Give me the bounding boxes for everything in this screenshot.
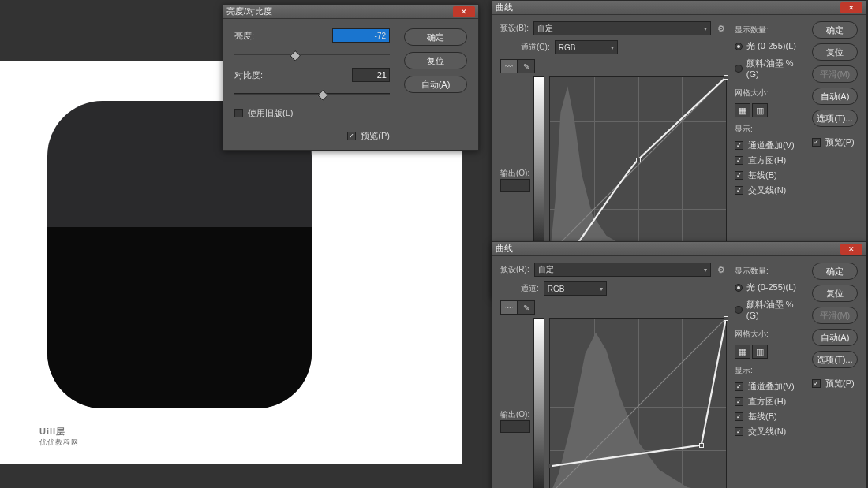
channel-overlay-checkbox[interactable]: ✓通道叠加(V) bbox=[735, 140, 804, 151]
close-button[interactable]: ✕ bbox=[453, 6, 475, 17]
contrast-slider[interactable] bbox=[234, 87, 390, 101]
options-button[interactable]: 选项(T)... bbox=[812, 110, 858, 127]
grid-size-label: 网格大小: bbox=[735, 329, 804, 340]
dialog-title: 曲线 bbox=[496, 2, 513, 13]
icon-texture bbox=[47, 227, 312, 408]
output-input[interactable] bbox=[500, 179, 530, 192]
display-amount-label: 显示数量: bbox=[735, 24, 804, 35]
reset-button[interactable]: 复位 bbox=[404, 52, 467, 69]
auto-button[interactable]: 自动(A) bbox=[812, 329, 858, 346]
reset-button[interactable]: 复位 bbox=[812, 285, 858, 302]
close-button[interactable]: ✕ bbox=[840, 244, 862, 255]
preview-checkbox[interactable]: ✓ 预览(P) bbox=[234, 130, 390, 142]
y-gradient bbox=[533, 318, 544, 488]
preset-select[interactable]: 自定▾ bbox=[534, 263, 711, 277]
use-legacy-checkbox[interactable]: 使用旧版(L) bbox=[234, 107, 390, 119]
preview-checkbox[interactable]: ✓预览(P) bbox=[812, 136, 858, 148]
brightness-contrast-dialog: 亮度/对比度 ✕ 亮度: 对比度: bbox=[223, 4, 479, 151]
preset-label: 预设(B): bbox=[500, 23, 529, 34]
light-radio[interactable]: 光 (0-255)(L) bbox=[735, 40, 804, 52]
grid-small-icon[interactable]: ▦ bbox=[735, 345, 750, 359]
watermark-uill: UiII层 优优教程网 bbox=[39, 426, 79, 448]
channel-label: 通道: bbox=[521, 283, 539, 294]
auto-button[interactable]: 自动(A) bbox=[812, 88, 858, 105]
ok-button[interactable]: 确定 bbox=[404, 28, 467, 46]
pencil-mode-icon[interactable]: ✎ bbox=[518, 300, 535, 315]
svg-line-0 bbox=[550, 77, 726, 253]
grid-large-icon[interactable]: ▥ bbox=[752, 345, 768, 359]
smooth-button[interactable]: 平滑(M) bbox=[812, 307, 858, 324]
gear-icon[interactable]: ⚙ bbox=[716, 264, 727, 275]
gear-icon[interactable]: ⚙ bbox=[716, 23, 727, 34]
curve-line bbox=[550, 77, 726, 253]
curve-mode-icon[interactable]: 〰 bbox=[500, 300, 518, 315]
options-button[interactable]: 选项(T)... bbox=[812, 351, 858, 368]
channel-label: 通道(C): bbox=[521, 42, 550, 53]
curve-graph[interactable] bbox=[549, 318, 727, 488]
dialog-title: 亮度/对比度 bbox=[226, 6, 272, 17]
grid-large-icon[interactable]: ▥ bbox=[752, 103, 768, 117]
curves-dialog-bottom: 曲线 ✕ 预设(R): 自定▾ ⚙ 通道: RGB▾ 〰 ✎ 输出(O): bbox=[492, 241, 866, 488]
show-label: 显示: bbox=[735, 365, 804, 376]
close-button[interactable]: ✕ bbox=[840, 2, 862, 13]
pencil-mode-icon[interactable]: ✎ bbox=[518, 59, 535, 73]
ok-button[interactable]: 确定 bbox=[812, 21, 858, 39]
contrast-label: 对比度: bbox=[234, 69, 282, 81]
titlebar[interactable]: 曲线 ✕ bbox=[492, 1, 866, 15]
pigment-radio[interactable]: 颜料/油墨 %(G) bbox=[735, 299, 804, 320]
show-label: 显示: bbox=[735, 124, 804, 135]
channel-select[interactable]: RGB▾ bbox=[544, 281, 607, 296]
dialog-title: 曲线 bbox=[496, 243, 513, 255]
grid-size-label: 网格大小: bbox=[735, 88, 804, 99]
preview-checkbox[interactable]: ✓预览(P) bbox=[812, 378, 858, 389]
output-label: 输出(O): bbox=[500, 409, 530, 420]
pigment-radio[interactable]: 颜料/油墨 %(G) bbox=[735, 58, 804, 79]
brightness-label: 亮度: bbox=[234, 30, 282, 42]
ok-button[interactable]: 确定 bbox=[812, 263, 858, 280]
auto-button[interactable]: 自动(A) bbox=[404, 76, 467, 93]
titlebar[interactable]: 曲线 ✕ bbox=[492, 242, 866, 256]
output-label: 输出(Q): bbox=[500, 168, 530, 179]
intersection-checkbox[interactable]: ✓交叉线(N) bbox=[735, 426, 804, 438]
grid-small-icon[interactable]: ▦ bbox=[735, 103, 750, 117]
reset-button[interactable]: 复位 bbox=[812, 43, 858, 61]
display-amount-label: 显示数量: bbox=[735, 266, 804, 277]
histogram-checkbox[interactable]: ✓直方图(H) bbox=[735, 155, 804, 166]
preset-label: 预设(R): bbox=[500, 264, 529, 275]
light-radio[interactable]: 光 (0-255)(L) bbox=[735, 281, 804, 293]
brightness-input[interactable] bbox=[332, 28, 391, 43]
preset-select[interactable]: 自定▾ bbox=[533, 21, 711, 35]
curve-mode-icon[interactable]: 〰 bbox=[500, 59, 518, 73]
baseline-checkbox[interactable]: ✓基线(B) bbox=[735, 169, 804, 181]
output-input[interactable] bbox=[500, 420, 530, 433]
contrast-input[interactable] bbox=[352, 68, 390, 82]
brightness-slider[interactable] bbox=[234, 47, 390, 61]
curve-line bbox=[550, 319, 726, 488]
smooth-button[interactable]: 平滑(M) bbox=[812, 65, 858, 83]
histogram-checkbox[interactable]: ✓直方图(H) bbox=[735, 396, 804, 408]
channel-overlay-checkbox[interactable]: ✓通道叠加(V) bbox=[735, 381, 804, 393]
curve-graph[interactable] bbox=[549, 76, 727, 254]
channel-select[interactable]: RGB▾ bbox=[555, 40, 618, 54]
baseline-checkbox[interactable]: ✓基线(B) bbox=[735, 411, 804, 423]
titlebar[interactable]: 亮度/对比度 ✕ bbox=[223, 5, 478, 19]
intersection-checkbox[interactable]: ✓交叉线(N) bbox=[735, 184, 804, 196]
